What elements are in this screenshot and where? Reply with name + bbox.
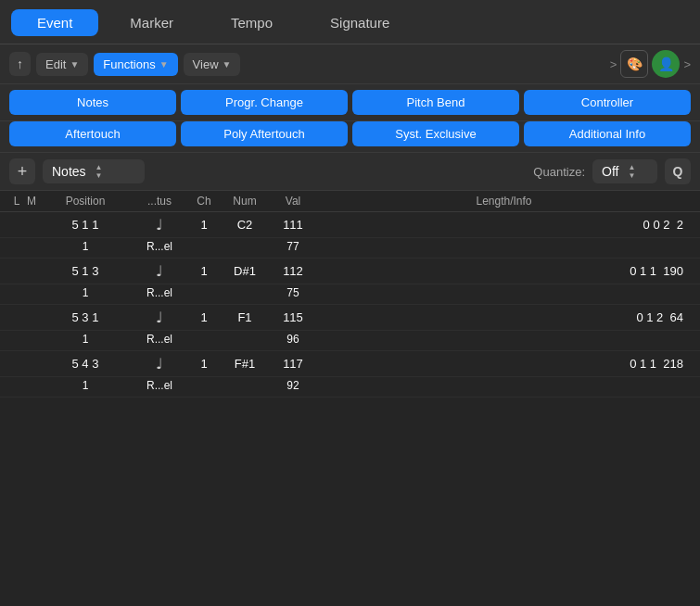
view-label: View xyxy=(193,57,219,71)
row4-num: F#1 xyxy=(221,357,269,371)
filter-row-2: Aftertouch Poly Aftertouch Syst. Exclusi… xyxy=(0,121,700,153)
row4-length: 0 1 1 218 xyxy=(317,357,691,371)
row4-position: 5 4 3 xyxy=(39,357,132,371)
tab-signature[interactable]: Signature xyxy=(304,9,415,36)
person-icon: 👤 xyxy=(658,57,674,71)
col-status: ...tus xyxy=(132,195,187,208)
quantize-selector[interactable]: Off ▲ ▼ xyxy=(592,159,657,183)
q-button[interactable]: Q xyxy=(665,158,691,184)
col-num: Num xyxy=(221,195,269,208)
row2-length: 0 1 1 190 xyxy=(317,264,691,278)
row2-ch: 1 xyxy=(187,264,221,278)
row2-position: 5 1 3 xyxy=(39,264,132,278)
table-row-sub: 1 R...el 96 xyxy=(0,331,700,351)
row3-ch: 1 xyxy=(187,310,221,324)
col-l: L xyxy=(9,195,24,208)
col-length-info: Length/Info xyxy=(317,195,691,208)
filter-row-1: Notes Progr. Change Pitch Bend Controlle… xyxy=(0,84,700,121)
col-val: Val xyxy=(269,195,317,208)
row3-val: 115 xyxy=(269,310,317,324)
table-row[interactable]: 5 3 1 ♩ 1 F1 115 0 1 2 64 xyxy=(0,305,700,331)
row1-position: 5 1 1 xyxy=(39,218,132,232)
row2-status: ♩ xyxy=(132,262,187,280)
row1-length: 0 0 2 2 xyxy=(317,218,691,232)
add-button[interactable]: + xyxy=(9,158,35,184)
table-row[interactable]: 5 1 1 ♩ 1 C2 111 0 0 2 2 xyxy=(0,212,700,238)
row2-num: D#1 xyxy=(221,264,269,278)
view-chevron-icon: ▼ xyxy=(223,59,232,69)
palette-button[interactable]: 🎨 xyxy=(620,50,648,78)
tab-bar: Event Marker Tempo Signature xyxy=(0,0,700,44)
angle-right-icon: > xyxy=(683,57,691,71)
tab-event[interactable]: Event xyxy=(11,9,98,36)
row1-ch: 1 xyxy=(187,218,221,232)
col-m: M xyxy=(24,195,39,208)
notes-selector[interactable]: Notes ▲ ▼ xyxy=(43,159,145,183)
table-row[interactable]: 5 1 3 ♩ 1 D#1 112 0 1 1 190 xyxy=(0,259,700,284)
functions-label: Functions xyxy=(103,57,155,71)
row3-num: F1 xyxy=(221,310,269,324)
col-position: Position xyxy=(39,195,132,208)
edit-chevron-icon: ▼ xyxy=(70,59,79,69)
filter-controller-button[interactable]: Controller xyxy=(524,90,691,115)
column-headers: L M Position ...tus Ch Num Val Length/In… xyxy=(0,191,700,212)
data-table: 5 1 1 ♩ 1 C2 111 0 0 2 2 1 R...el 77 5 1… xyxy=(0,212,700,606)
table-row-sub: 1 R...el 77 xyxy=(0,238,700,259)
table-row[interactable]: 5 4 3 ♩ 1 F#1 117 0 1 1 218 xyxy=(0,351,700,377)
filter-additional-info-button[interactable]: Additional Info xyxy=(524,121,691,146)
functions-button[interactable]: Functions ▼ xyxy=(94,53,177,76)
row1-status: ♩ xyxy=(132,216,187,234)
filter-syst-exclusive-button[interactable]: Syst. Exclusive xyxy=(352,121,519,146)
row3-length: 0 1 2 64 xyxy=(317,310,691,324)
row2-val: 112 xyxy=(269,264,317,278)
table-row-sub: 1 R...el 75 xyxy=(0,284,700,305)
table-row-sub: 1 R...el 92 xyxy=(0,377,700,398)
quantize-arrows: ▲ ▼ xyxy=(628,163,635,180)
row3-position: 5 3 1 xyxy=(39,310,132,324)
row1-val: 111 xyxy=(269,218,317,232)
tab-marker[interactable]: Marker xyxy=(104,9,199,36)
filter-aftertouch-button[interactable]: Aftertouch xyxy=(9,121,176,146)
notes-selector-label: Notes xyxy=(52,164,86,179)
col-ch: Ch xyxy=(187,195,221,208)
row4-status: ♩ xyxy=(132,355,187,372)
row4-val: 117 xyxy=(269,357,317,371)
person-button[interactable]: 👤 xyxy=(652,50,680,78)
edit-label: Edit xyxy=(45,57,66,71)
notes-selector-arrows: ▲ ▼ xyxy=(95,163,103,180)
angle-icon: > xyxy=(610,57,617,71)
tab-tempo[interactable]: Tempo xyxy=(205,9,299,36)
palette-icon: 🎨 xyxy=(627,57,643,71)
edit-button[interactable]: Edit ▼ xyxy=(36,53,88,76)
row3-status: ♩ xyxy=(132,309,187,326)
quantize-label: Quantize: xyxy=(533,165,585,179)
functions-chevron-icon: ▼ xyxy=(159,59,169,69)
list-controls: + Notes ▲ ▼ Quantize: Off ▲ ▼ Q xyxy=(0,153,700,191)
filter-poly-aftertouch-button[interactable]: Poly Aftertouch xyxy=(181,121,348,146)
row1-num: C2 xyxy=(221,218,269,232)
filter-progr-change-button[interactable]: Progr. Change xyxy=(181,90,348,115)
toolbar: ↑ Edit ▼ Functions ▼ View ▼ > 🎨 👤 > xyxy=(0,44,700,84)
filter-pitch-bend-button[interactable]: Pitch Bend xyxy=(352,90,519,115)
view-button[interactable]: View ▼ xyxy=(184,53,241,76)
row4-ch: 1 xyxy=(187,357,221,371)
right-icons: > 🎨 👤 > xyxy=(610,50,691,78)
app-container: Event Marker Tempo Signature ↑ Edit ▼ Fu… xyxy=(0,0,700,606)
back-button[interactable]: ↑ xyxy=(9,52,31,76)
filter-notes-button[interactable]: Notes xyxy=(9,90,176,115)
quantize-value: Off xyxy=(602,164,618,179)
